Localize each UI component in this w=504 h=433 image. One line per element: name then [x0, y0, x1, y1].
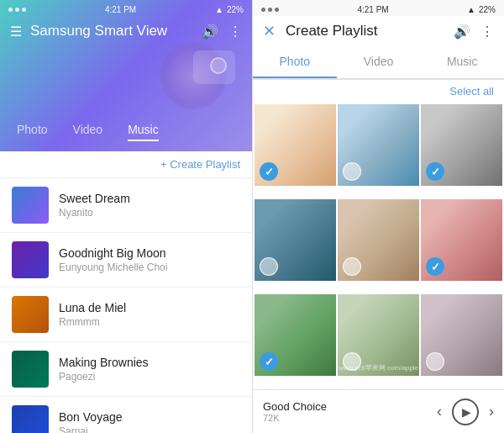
- left-battery: 22%: [227, 5, 244, 14]
- right-status-bar: 4:21 PM ▲ 22%: [253, 0, 504, 16]
- play-icon: ▶: [462, 405, 471, 419]
- left-panel: 4:21 PM ▲ 22% ☰ Samsung Smart View 🔊 ⋮ P…: [0, 0, 252, 433]
- right-tabs: Photo Video Music: [253, 46, 504, 79]
- left-tabs: Photo Video Music: [0, 123, 252, 151]
- close-button[interactable]: ✕: [263, 24, 276, 39]
- create-playlist-row: + Create Playlist: [0, 151, 252, 178]
- left-nav: ☰ Samsung Smart View 🔊 ⋮: [0, 16, 252, 46]
- prev-button[interactable]: ‹: [437, 403, 442, 420]
- check-badge: ✓: [260, 162, 278, 181]
- song-thumbnail: [12, 187, 49, 224]
- right-status-dots: [261, 8, 279, 12]
- player-controls: ‹ ▶ ›: [437, 399, 494, 425]
- photo-cell[interactable]: ✓: [421, 104, 502, 186]
- check-badge: ✓: [426, 162, 444, 181]
- check-badge-unselected: [343, 257, 361, 276]
- select-all-button[interactable]: Select all: [449, 85, 494, 98]
- song-artist: Eunyoung Michelle Choi: [59, 261, 240, 273]
- thumb-image: [12, 241, 49, 278]
- watermark: www.pc6苹果网.com/apple: [339, 363, 418, 372]
- signal-dot-2: [15, 8, 19, 12]
- left-nav-icons: 🔊 ⋮: [202, 24, 242, 40]
- right-header: 4:21 PM ▲ 22% ✕ Create Playlist 🔊 ⋮ Phot…: [253, 0, 504, 80]
- hamburger-icon[interactable]: ☰: [10, 24, 22, 40]
- create-playlist-button[interactable]: + Create Playlist: [160, 158, 240, 171]
- right-battery: 22%: [479, 5, 496, 14]
- list-item[interactable]: Bon Voyage Sarnai: [0, 397, 252, 433]
- left-time: 4:21 PM: [105, 5, 136, 14]
- right-title: Create Playlist: [286, 23, 447, 40]
- left-tab-video[interactable]: Video: [73, 123, 103, 141]
- right-status-icons: ▲ 22%: [467, 5, 496, 14]
- right-tab-music[interactable]: Music: [420, 46, 504, 78]
- photo-cell[interactable]: [338, 104, 419, 186]
- left-status-bar: 4:21 PM ▲ 22%: [0, 0, 252, 16]
- list-item[interactable]: Sweet Dream Nyanito: [0, 178, 252, 233]
- song-info: Goodnight Big Moon Eunyoung Michelle Cho…: [59, 246, 240, 273]
- left-status-right: ▲ 22%: [215, 5, 244, 14]
- thumb-image: [12, 405, 49, 433]
- photo-cell[interactable]: [421, 294, 502, 376]
- photo-cell[interactable]: ✓: [255, 294, 336, 376]
- list-item[interactable]: Goodnight Big Moon Eunyoung Michelle Cho…: [0, 233, 252, 288]
- check-badge: ✓: [260, 352, 278, 371]
- camera-lens-decoration: [210, 57, 227, 74]
- song-title: Luna de Miel: [59, 301, 240, 314]
- song-thumbnail: [12, 351, 49, 388]
- right-nav-icons: 🔊 ⋮: [454, 24, 494, 40]
- photo-cell[interactable]: [255, 199, 336, 281]
- song-thumbnail: [12, 405, 49, 433]
- song-thumbnail: [12, 241, 49, 278]
- photo-cell[interactable]: www.pc6苹果网.com/apple: [338, 294, 419, 376]
- left-wifi-icon: ▲: [215, 5, 223, 14]
- song-artist: Rmmmm: [59, 316, 240, 328]
- song-info: Making Brownies Pagoezi: [59, 356, 240, 383]
- r-dot-2: [268, 8, 272, 12]
- app-title: Samsung Smart View: [30, 23, 193, 40]
- thumb-image: [12, 296, 49, 333]
- photo-cell[interactable]: ✓: [255, 104, 336, 186]
- player-info: Good Choice 72K: [263, 400, 430, 423]
- player-song-title: Good Choice: [263, 400, 430, 413]
- song-artist: Nyanito: [59, 207, 240, 219]
- right-wifi-icon: ▲: [467, 5, 475, 14]
- left-tab-photo[interactable]: Photo: [17, 123, 48, 141]
- photo-grid: ✓ ✓ ✓ ✓ www.pc6苹果网.: [253, 103, 504, 389]
- music-list: Sweet Dream Nyanito Goodnight Big Moon E…: [0, 178, 252, 433]
- song-thumbnail: [12, 296, 49, 333]
- check-badge-unselected: [426, 352, 444, 371]
- song-title: Bon Voyage: [59, 410, 240, 424]
- status-left: [8, 8, 26, 12]
- more-icon[interactable]: ⋮: [228, 24, 242, 40]
- player-bar: Good Choice 72K ‹ ▶ ›: [253, 389, 504, 433]
- list-item[interactable]: Luna de Miel Rmmmm: [0, 288, 252, 342]
- song-title: Goodnight Big Moon: [59, 246, 240, 260]
- volume-icon[interactable]: 🔊: [202, 24, 218, 40]
- thumb-image: [12, 187, 49, 224]
- right-volume-icon[interactable]: 🔊: [454, 24, 470, 40]
- song-title: Sweet Dream: [59, 192, 240, 205]
- right-time: 4:21 PM: [357, 5, 388, 14]
- right-nav: ✕ Create Playlist 🔊 ⋮: [253, 16, 504, 46]
- right-more-icon[interactable]: ⋮: [480, 24, 494, 40]
- song-info: Bon Voyage Sarnai: [59, 410, 240, 433]
- song-info: Luna de Miel Rmmmm: [59, 301, 240, 328]
- next-button[interactable]: ›: [489, 403, 494, 420]
- player-song-size: 72K: [263, 413, 430, 423]
- list-item[interactable]: Making Brownies Pagoezi: [0, 342, 252, 397]
- play-button[interactable]: ▶: [452, 399, 479, 425]
- check-badge: ✓: [426, 257, 444, 276]
- select-all-row: Select all: [253, 80, 504, 103]
- r-dot-3: [275, 8, 279, 12]
- right-panel: 4:21 PM ▲ 22% ✕ Create Playlist 🔊 ⋮ Phot…: [252, 0, 504, 433]
- song-artist: Pagoezi: [59, 371, 240, 383]
- right-tab-photo[interactable]: Photo: [253, 46, 337, 78]
- photo-cell[interactable]: [338, 199, 419, 281]
- r-dot-1: [261, 8, 265, 12]
- photo-cell[interactable]: ✓: [421, 199, 502, 281]
- left-tab-music[interactable]: Music: [128, 123, 159, 141]
- song-info: Sweet Dream Nyanito: [59, 192, 240, 219]
- right-tab-video[interactable]: Video: [337, 46, 421, 78]
- left-header: 4:21 PM ▲ 22% ☰ Samsung Smart View 🔊 ⋮ P…: [0, 0, 252, 151]
- check-badge-unselected: [343, 162, 361, 181]
